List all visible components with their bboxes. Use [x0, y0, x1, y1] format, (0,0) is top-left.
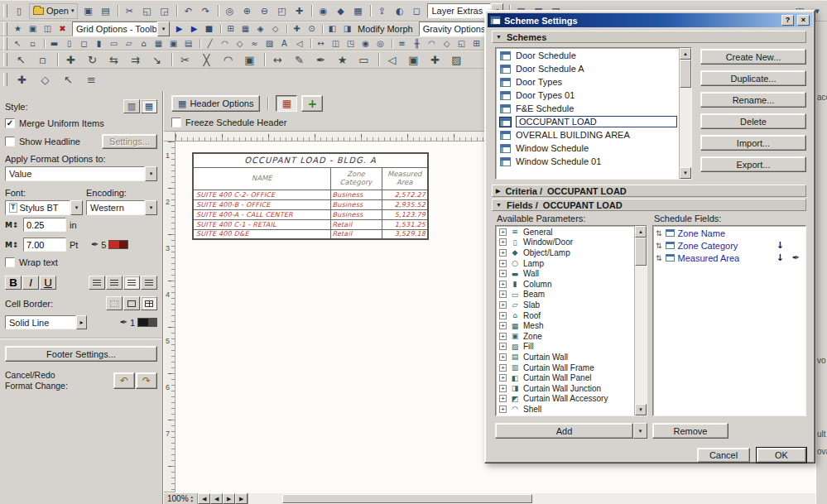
orbit-3d-icon[interactable]: ◇	[34, 70, 56, 89]
export-button[interactable]: Export...	[700, 156, 806, 172]
mirror-tool-icon[interactable]: ⇆	[103, 51, 124, 68]
eraser-tool-icon[interactable]: ▭	[353, 51, 374, 68]
zone-tool-icon[interactable]: ▣	[403, 51, 424, 68]
redo-icon[interactable]: ↷	[197, 3, 214, 18]
expand-plus-icon[interactable]: +	[499, 385, 507, 392]
detail-icon[interactable]: ◎	[373, 37, 387, 50]
encoding-select[interactable]: Western ▾	[86, 200, 157, 215]
parameter-tree-item[interactable]: + ▱ Slab	[496, 300, 634, 310]
schedule-field-item[interactable]: ⇅ Zone Name ↓ ✒	[653, 227, 805, 239]
door-icon[interactable]: ▯	[62, 37, 76, 50]
zoom-control[interactable]: 100% ▴▾	[163, 493, 198, 504]
cell-zone-category[interactable]: Retail	[330, 219, 382, 229]
fill-icon[interactable]: ▨	[262, 37, 276, 50]
align-justify-button[interactable]	[141, 276, 157, 290]
cell-name[interactable]: SUITE 400 C-2- OFFICE	[193, 190, 330, 199]
fit-in-window-icon[interactable]: ◰	[273, 3, 290, 18]
play-all-icon[interactable]: ▶	[187, 23, 201, 36]
vertical-ruler[interactable]: 1234567	[163, 142, 175, 492]
cell-measured-area[interactable]: 3,529.18	[382, 229, 428, 239]
help-button[interactable]: ?	[781, 15, 794, 26]
zone-icon[interactable]: ▣	[166, 37, 180, 50]
find-select-icon[interactable]: ◎	[221, 3, 238, 18]
orbit-icon[interactable]: ◉	[315, 3, 331, 18]
create-new-button[interactable]: Create New...	[700, 49, 806, 65]
reorder-icon[interactable]: ⇅	[656, 229, 662, 238]
parameter-tree-item[interactable]: + ◩ Curtain Wall Accessory	[496, 394, 634, 405]
parameter-tree-item[interactable]: + ≡ General	[496, 227, 634, 238]
footer-settings-button[interactable]: Footer Settings...	[5, 346, 157, 362]
popup-arrow-icon[interactable]: ▸	[76, 315, 87, 329]
camera-tool-icon[interactable]: ◉	[358, 37, 373, 50]
align-right-button[interactable]	[123, 276, 140, 290]
magic-wand-icon[interactable]: ★	[332, 51, 353, 68]
pan-icon[interactable]: ✚	[291, 3, 307, 18]
expand-plus-icon[interactable]: +	[499, 364, 507, 372]
parameter-tree-item[interactable]: + ▬ Wall	[496, 268, 634, 279]
toolbar-grip[interactable]	[3, 37, 7, 50]
split-schedule-button[interactable]: ▦	[276, 95, 297, 112]
parameter-tree-item[interactable]: + ▣ Zone	[496, 331, 634, 342]
duplicate-button[interactable]: Duplicate...	[700, 70, 806, 86]
expand-plus-icon[interactable]: +	[499, 343, 507, 350]
page-first-button[interactable]: ◀	[198, 493, 210, 504]
delete-guides-icon[interactable]: ✖	[55, 23, 70, 36]
expand-plus-icon[interactable]: +	[499, 374, 507, 382]
align-center-button[interactable]	[106, 276, 123, 290]
reorder-icon[interactable]: ⇅	[656, 254, 662, 262]
dialog-titlebar[interactable]: Scheme Settings ? ×	[488, 13, 812, 27]
mesh-icon[interactable]: ▦	[151, 37, 166, 50]
add-button[interactable]: Add ▾	[495, 423, 647, 439]
marquee-tool-icon[interactable]: ▫	[32, 51, 53, 68]
toolbar-grip[interactable]	[3, 73, 7, 86]
column-icon[interactable]: ▮	[92, 37, 106, 50]
remove-button[interactable]: Remove	[652, 423, 728, 439]
horizontal-scrollbar[interactable]	[248, 493, 815, 504]
parameter-tree-item[interactable]: + ▮ Column	[496, 279, 634, 290]
arc-icon[interactable]: ◠	[218, 37, 232, 50]
dropdown-arrow-icon[interactable]: ▾	[145, 166, 157, 181]
polyline-icon[interactable]: ◇	[233, 37, 247, 50]
trim-tool-icon[interactable]: ✂	[175, 51, 195, 68]
scrollbar-thumb[interactable]	[282, 494, 531, 503]
cell-zone-category[interactable]: Business	[330, 209, 382, 219]
expand-plus-icon[interactable]: +	[499, 281, 507, 288]
cell-border-grid-button[interactable]	[141, 296, 157, 310]
parameter-tree-item[interactable]: + ▭ Beam	[496, 290, 634, 300]
parameter-tree-item[interactable]: + ▤ Curtain Wall	[496, 352, 634, 362]
sort-descending-icon[interactable]: ↓	[777, 252, 784, 263]
capture-icon[interactable]: ▣	[26, 23, 40, 36]
slab-icon[interactable]: ▱	[122, 37, 136, 50]
stair-icon[interactable]: ≡	[395, 37, 409, 50]
reorder-icon[interactable]: ⇅	[656, 242, 662, 250]
beam-icon[interactable]: ▭	[107, 37, 121, 50]
dropdown-arrow-icon[interactable]: ▾	[157, 22, 170, 36]
scheme-list-item[interactable]: Window Schedule 01	[496, 155, 679, 168]
skylight-icon[interactable]: ◇	[440, 37, 454, 50]
cut-icon[interactable]: ✂	[121, 3, 137, 18]
scheme-list-item[interactable]: Door Types	[496, 75, 679, 89]
pick-up-parameters-icon[interactable]: ✎	[289, 51, 310, 68]
cancel-button[interactable]: Cancel	[697, 448, 750, 463]
move-tool-icon[interactable]: ✚	[60, 51, 81, 68]
show-headline-checkbox[interactable]: Show Headline	[5, 137, 80, 146]
font-size-input[interactable]	[23, 238, 66, 252]
parameter-tree-item[interactable]: + ▥ Curtain Wall Frame	[496, 362, 634, 373]
schemes-section-header[interactable]: ▼ Schemes	[492, 31, 806, 43]
schedule-row[interactable]: SUITE 400-A - CALL CENTER Business 5,123…	[193, 209, 428, 219]
measure-tool-icon[interactable]: ↔	[267, 51, 288, 68]
style-list-view-button[interactable]: ▥	[123, 99, 140, 113]
parameter-tree-item[interactable]: + ▨ Fill	[496, 342, 634, 353]
curtain-wall-icon[interactable]: ▤	[181, 37, 195, 50]
zoom-in-icon[interactable]: ⊕	[238, 3, 255, 18]
parameters-scrollbar[interactable]: ▲ ▼	[634, 226, 647, 415]
add-record-button[interactable]: +	[301, 95, 323, 112]
text-height-input[interactable]	[23, 218, 66, 232]
walk-icon[interactable]: ↖	[57, 70, 79, 89]
arrow-select-icon[interactable]: ↖	[11, 37, 25, 50]
layout-icon[interactable]: ≡	[80, 70, 103, 89]
align-left-button[interactable]	[89, 276, 105, 290]
expand-plus-icon[interactable]: +	[499, 249, 507, 257]
merge-uniform-checkbox[interactable]: ✓ Merge Uniform Items	[5, 118, 157, 128]
border-pen-control[interactable]: ✒ 1	[120, 317, 157, 328]
